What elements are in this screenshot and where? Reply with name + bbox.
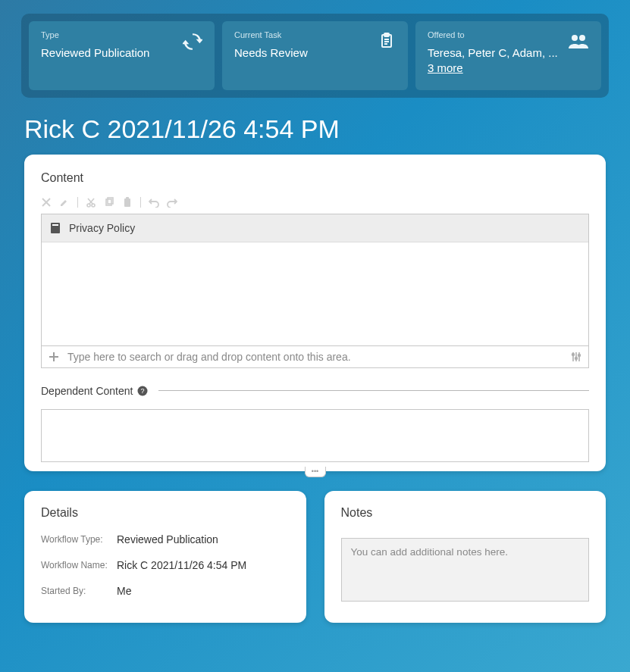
- svg-point-5: [572, 35, 578, 41]
- detail-value: Rick C 2021/11/26 4:54 PM: [117, 559, 246, 571]
- content-item-name: Privacy Policy: [69, 222, 135, 234]
- dependent-content-box[interactable]: [41, 409, 589, 462]
- svg-point-6: [579, 35, 585, 41]
- content-empty-body[interactable]: [42, 242, 588, 345]
- users-icon: [568, 32, 589, 77]
- offered-names: Teresa, Peter C, Adam, ...: [428, 46, 558, 59]
- undo-icon[interactable]: [149, 197, 159, 208]
- cycle-icon: [183, 32, 202, 77]
- document-icon: [49, 222, 61, 234]
- page-title: Rick C 2021/11/26 4:54 PM: [24, 114, 606, 144]
- detail-label: Started By:: [41, 586, 117, 596]
- offered-more-link[interactable]: 3 more: [428, 61, 463, 74]
- header-type-value: Reviewed Publication: [41, 45, 177, 61]
- detail-label: Workflow Name:: [41, 560, 117, 570]
- notes-panel: Notes: [324, 491, 606, 623]
- svg-rect-18: [52, 224, 58, 226]
- content-panel: Content Privacy Policy Dep: [24, 155, 606, 471]
- paste-icon[interactable]: [122, 197, 133, 208]
- copy-icon[interactable]: [104, 197, 114, 208]
- header-task-label: Current Task: [234, 30, 371, 39]
- details-panel: Details Workflow Type: Reviewed Publicat…: [24, 491, 306, 623]
- content-item-row[interactable]: Privacy Policy: [42, 214, 588, 242]
- header-offered-value: Teresa, Peter C, Adam, ... 3 more: [428, 45, 562, 77]
- svg-point-26: [578, 354, 581, 356]
- header-card-type[interactable]: Type Reviewed Publication: [29, 21, 215, 90]
- plus-icon[interactable]: [48, 351, 60, 363]
- toolbar-separator: [140, 197, 141, 208]
- dependent-label: Dependent Content: [41, 385, 133, 397]
- svg-point-24: [572, 353, 575, 355]
- header-task-value: Needs Review: [234, 45, 371, 61]
- detail-row: Workflow Type: Reviewed Publication: [41, 533, 290, 545]
- dependent-header: Dependent Content ?: [41, 385, 589, 397]
- svg-rect-1: [384, 33, 389, 36]
- redo-icon[interactable]: [167, 197, 177, 208]
- content-toolbar: [41, 192, 589, 214]
- content-section-title: Content: [41, 171, 589, 185]
- details-title: Details: [41, 506, 290, 520]
- lower-panels: Details Workflow Type: Reviewed Publicat…: [24, 491, 606, 623]
- detail-value: Me: [117, 585, 131, 597]
- header-type-label: Type: [41, 30, 177, 39]
- notes-title: Notes: [341, 506, 590, 520]
- detail-value: Reviewed Publication: [117, 533, 218, 545]
- clipboard-icon: [378, 32, 396, 77]
- close-icon[interactable]: [41, 197, 52, 208]
- content-search-input[interactable]: [67, 351, 570, 363]
- svg-rect-16: [126, 197, 129, 199]
- header-offered-label: Offered to: [428, 30, 562, 39]
- svg-point-25: [575, 357, 578, 359]
- detail-label: Workflow Type:: [41, 534, 117, 545]
- dependent-divider: [158, 390, 589, 391]
- notes-textarea[interactable]: [341, 538, 590, 602]
- detail-row: Started By: Me: [41, 585, 290, 597]
- content-search-row: [42, 345, 588, 367]
- workflow-header: Type Reviewed Publication Current Task N…: [21, 14, 609, 98]
- detail-row: Workflow Name: Rick C 2021/11/26 4:54 PM: [41, 559, 290, 571]
- cut-icon[interactable]: [86, 197, 96, 208]
- header-card-task[interactable]: Current Task Needs Review: [222, 21, 408, 90]
- help-icon[interactable]: ?: [137, 386, 148, 396]
- content-list: Privacy Policy: [41, 214, 589, 368]
- filter-icon[interactable]: [570, 351, 582, 363]
- edit-icon[interactable]: [59, 197, 70, 208]
- svg-rect-15: [124, 198, 130, 207]
- toolbar-separator: [77, 197, 78, 208]
- svg-text:?: ?: [141, 387, 145, 395]
- header-card-offered[interactable]: Offered to Teresa, Peter C, Adam, ... 3 …: [415, 21, 601, 90]
- panel-drag-handle[interactable]: •••: [305, 467, 326, 477]
